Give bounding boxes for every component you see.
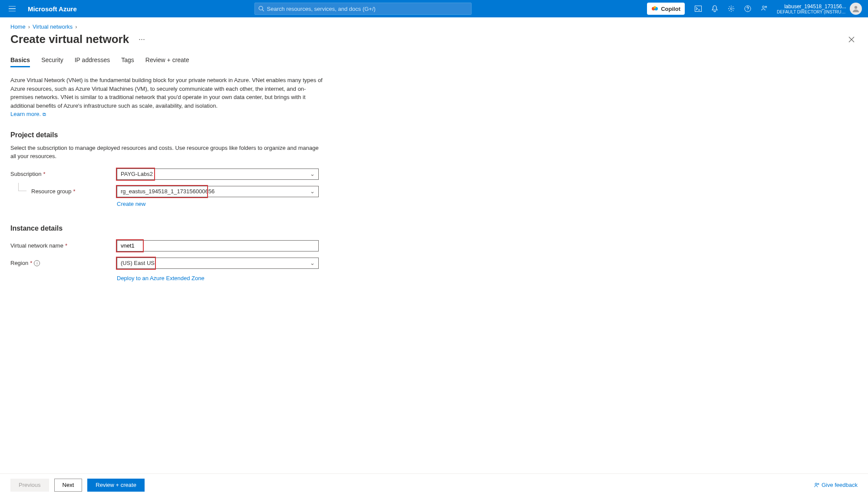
- instance-details-heading: Instance details: [10, 225, 858, 232]
- breadcrumb-vnets[interactable]: Virtual networks: [33, 23, 73, 30]
- search-input[interactable]: [267, 6, 468, 12]
- breadcrumb: Home › Virtual networks ›: [10, 23, 858, 30]
- topbar-icon-group: [690, 0, 772, 17]
- page-title: Create virtual network: [10, 33, 129, 46]
- notifications-button[interactable]: [706, 0, 723, 17]
- breadcrumb-sep: ›: [75, 23, 77, 30]
- bell-icon: [712, 5, 718, 12]
- avatar-icon: [852, 5, 860, 13]
- gear-icon: [728, 5, 735, 12]
- search-icon: [258, 6, 264, 12]
- resource-group-row: Resource group * rg_eastus_194518_1_1731…: [10, 186, 858, 197]
- help-button[interactable]: [739, 0, 756, 17]
- cloud-shell-button[interactable]: [690, 0, 706, 17]
- avatar: [850, 3, 862, 15]
- svg-point-7: [762, 6, 765, 8]
- global-search-wrap: [84, 3, 642, 15]
- tab-bar: Basics Security IP addresses Tags Review…: [10, 56, 858, 67]
- cloud-shell-icon: [695, 6, 702, 12]
- info-icon[interactable]: i: [34, 260, 40, 266]
- required-marker: *: [73, 188, 76, 195]
- content-area: Home › Virtual networks › Create virtual…: [0, 17, 868, 473]
- more-actions[interactable]: ···: [135, 33, 149, 46]
- resource-group-label: Resource group *: [10, 188, 117, 195]
- chevron-down-icon: ⌄: [310, 260, 315, 266]
- hamburger-menu[interactable]: [3, 0, 21, 17]
- user-name: labuser_194518_173156...: [777, 3, 846, 10]
- breadcrumb-sep: ›: [28, 23, 30, 30]
- copilot-label: Copilot: [661, 6, 680, 12]
- subscription-label: Subscription *: [10, 171, 117, 177]
- breadcrumb-home[interactable]: Home: [10, 23, 26, 30]
- azure-topbar: Microsoft Azure Copilot labuser_194518: [0, 0, 868, 17]
- svg-point-5: [730, 8, 732, 10]
- tab-review-create[interactable]: Review + create: [145, 56, 189, 67]
- brand-label[interactable]: Microsoft Azure: [21, 5, 84, 13]
- svg-rect-4: [695, 6, 702, 12]
- account-button[interactable]: labuser_194518_173156... DEFAULT DIRECTO…: [772, 3, 865, 15]
- copilot-icon: [651, 5, 658, 12]
- subscription-row: Subscription * PAYG-Labs2 ⌄: [10, 169, 858, 180]
- copilot-button[interactable]: Copilot: [647, 3, 685, 15]
- close-blade[interactable]: [845, 33, 858, 46]
- extended-zone-link[interactable]: Deploy to an Azure Extended Zone: [117, 275, 858, 281]
- chevron-down-icon: ⌄: [310, 171, 315, 177]
- region-select[interactable]: (US) East US ⌄: [117, 258, 319, 269]
- close-icon: [848, 36, 855, 43]
- svg-point-0: [259, 6, 263, 10]
- global-search[interactable]: [254, 3, 472, 15]
- tab-ip-addresses[interactable]: IP addresses: [75, 56, 110, 67]
- page-header: Create virtual network ···: [10, 33, 858, 46]
- chevron-down-icon: ⌄: [310, 188, 315, 195]
- region-row: Region * i (US) East US ⌄: [10, 258, 858, 269]
- user-info: labuser_194518_173156... DEFAULT DIRECTO…: [777, 3, 846, 14]
- vnet-name-label: Virtual network name *: [10, 242, 117, 249]
- tab-security[interactable]: Security: [41, 56, 63, 67]
- tab-tags[interactable]: Tags: [121, 56, 134, 67]
- region-label: Region * i: [10, 260, 117, 266]
- required-marker: *: [30, 260, 32, 266]
- resource-group-select[interactable]: rg_eastus_194518_1_173156000656 ⌄: [117, 186, 319, 197]
- subscription-select[interactable]: PAYG-Labs2 ⌄: [117, 169, 319, 180]
- svg-point-8: [855, 6, 857, 9]
- feedback-icon: [761, 5, 768, 12]
- resource-group-value: rg_eastus_194518_1_173156000656: [121, 188, 215, 195]
- project-details-sub: Select the subscription to manage deploy…: [10, 144, 323, 161]
- external-link-icon: ⧉: [43, 112, 46, 117]
- intro-text: Azure Virtual Network (VNet) is the fund…: [10, 76, 323, 110]
- user-tenant: DEFAULT DIRECTORY (INSTRUCT...: [777, 10, 846, 14]
- required-marker: *: [65, 242, 67, 249]
- learn-more-link[interactable]: Learn more. ⧉: [10, 111, 46, 117]
- region-value: (US) East US: [121, 260, 155, 266]
- required-marker: *: [43, 171, 46, 177]
- help-icon: [744, 5, 751, 12]
- feedback-button-top[interactable]: [756, 0, 772, 17]
- settings-button[interactable]: [723, 0, 739, 17]
- create-new-rg-link[interactable]: Create new: [117, 201, 858, 207]
- tab-basics[interactable]: Basics: [10, 56, 30, 67]
- project-details-heading: Project details: [10, 131, 858, 139]
- subscription-value: PAYG-Labs2: [121, 171, 153, 177]
- hamburger-icon: [9, 6, 16, 11]
- vnet-name-input[interactable]: [121, 242, 315, 249]
- learn-more-label: Learn more.: [10, 111, 41, 117]
- vnet-name-input-wrap[interactable]: [117, 240, 319, 251]
- svg-point-3: [653, 6, 656, 9]
- vnet-name-row: Virtual network name *: [10, 240, 858, 251]
